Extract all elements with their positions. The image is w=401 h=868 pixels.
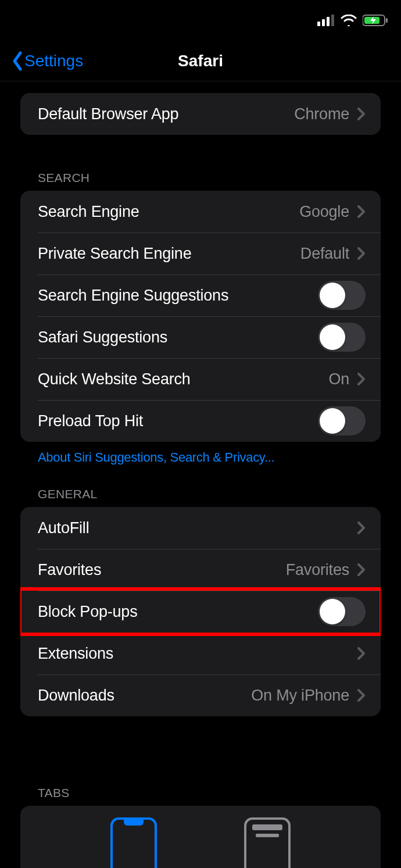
row-block-pop-ups[interactable]: Block Pop-ups — [20, 591, 381, 633]
group-default-app: Default Browser App Chrome — [20, 93, 381, 135]
row-label: Safari Suggestions — [38, 328, 318, 347]
row-value: Favorites — [286, 561, 349, 579]
wifi-icon — [341, 15, 357, 26]
svg-rect-2 — [327, 17, 330, 26]
row-label: AutoFill — [38, 519, 354, 537]
link-about-siri-suggestions[interactable]: About Siri Suggestions, Search & Privacy… — [20, 442, 381, 465]
chevron-right-icon — [357, 563, 366, 576]
nav-bar: Settings Safari — [0, 41, 401, 81]
tab-bar-option-top[interactable] — [244, 817, 291, 868]
row-search-engine[interactable]: Search Engine Google — [20, 191, 381, 233]
svg-rect-5 — [386, 18, 388, 23]
row-private-search-engine[interactable]: Private Search Engine Default — [20, 233, 381, 274]
row-label: Default Browser App — [38, 105, 294, 123]
row-value: On My iPhone — [251, 687, 349, 705]
chevron-right-icon — [357, 108, 366, 120]
back-button[interactable]: Settings — [12, 51, 83, 71]
status-bar — [0, 0, 401, 41]
row-autofill[interactable]: AutoFill — [20, 507, 381, 549]
tab-bar-option-bottom[interactable] — [110, 817, 157, 868]
chevron-right-icon — [357, 521, 366, 534]
row-label: Downloads — [38, 687, 251, 705]
row-label: Search Engine — [38, 203, 299, 221]
row-preload-top-hit[interactable]: Preload Top Hit — [20, 400, 381, 442]
row-downloads[interactable]: Downloads On My iPhone — [20, 674, 381, 716]
row-safari-suggestions[interactable]: Safari Suggestions — [20, 316, 381, 358]
row-label: Extensions — [38, 645, 354, 663]
battery-charging-icon — [363, 15, 388, 26]
toggle-safari-suggestions[interactable] — [318, 323, 366, 352]
row-label: Block Pop-ups — [38, 603, 318, 621]
chevron-right-icon — [357, 647, 366, 660]
toggle-search-engine-suggestions[interactable] — [318, 281, 366, 310]
toggle-preload-top-hit[interactable] — [318, 406, 366, 435]
row-favorites[interactable]: Favorites Favorites — [20, 549, 381, 591]
chevron-left-icon — [12, 51, 23, 71]
row-search-engine-suggestions[interactable]: Search Engine Suggestions — [20, 274, 381, 316]
svg-rect-0 — [317, 22, 320, 26]
section-header-search: Search — [20, 171, 381, 191]
group-tabs — [20, 806, 381, 868]
row-label: Private Search Engine — [38, 245, 300, 263]
row-extensions[interactable]: Extensions — [20, 633, 381, 674]
row-value: Default — [300, 245, 349, 263]
group-search: Search Engine Google Private Search Engi… — [20, 191, 381, 442]
cellular-signal-icon — [317, 15, 335, 26]
tabs-layout-picker[interactable] — [20, 806, 381, 868]
row-label: Search Engine Suggestions — [38, 287, 318, 305]
section-header-tabs: Tabs — [20, 786, 381, 806]
row-label: Favorites — [38, 561, 286, 579]
row-label: Preload Top Hit — [38, 412, 318, 430]
chevron-right-icon — [357, 247, 366, 260]
chevron-right-icon — [357, 689, 366, 702]
row-value: On — [328, 370, 349, 388]
row-value: Chrome — [294, 105, 349, 123]
row-quick-website-search[interactable]: Quick Website Search On — [20, 358, 381, 400]
back-label: Settings — [24, 52, 83, 70]
row-default-browser-app[interactable]: Default Browser App Chrome — [20, 93, 381, 135]
toggle-block-pop-ups[interactable] — [318, 597, 366, 626]
group-general: AutoFill Favorites Favorites Block Pop-u… — [20, 507, 381, 716]
svg-rect-3 — [331, 15, 334, 26]
content: Default Browser App Chrome Search Search… — [0, 81, 401, 868]
svg-rect-1 — [322, 19, 325, 26]
row-value: Google — [299, 203, 349, 221]
section-header-general: General — [20, 487, 381, 507]
chevron-right-icon — [357, 205, 366, 218]
chevron-right-icon — [357, 373, 366, 385]
row-label: Quick Website Search — [38, 370, 328, 388]
page-title: Safari — [178, 52, 223, 70]
